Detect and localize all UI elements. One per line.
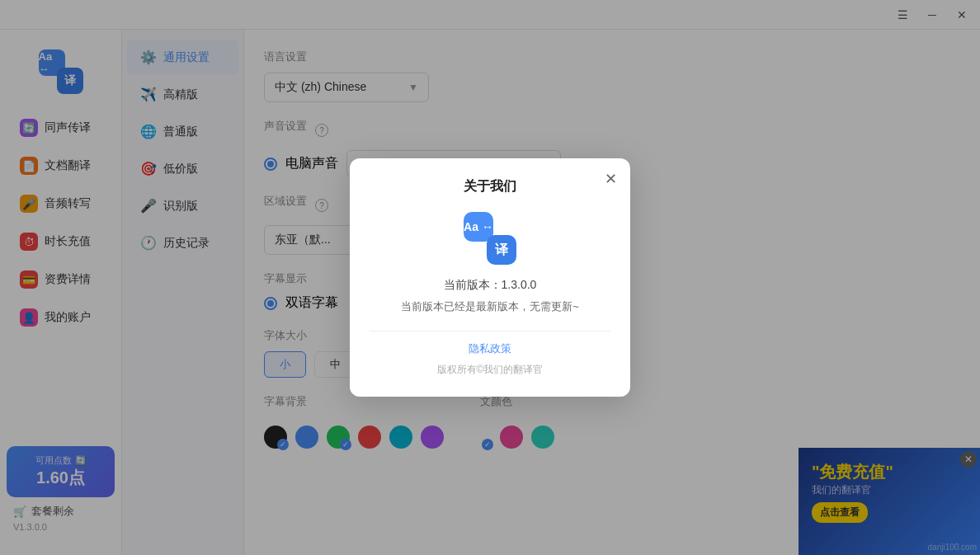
- about-modal: 关于我们 ✕ Aa ↔ 译 当前版本：1.3.0.0 当前版本已经是最新版本，无…: [350, 158, 630, 397]
- modal-logo: Aa ↔ 译: [370, 212, 610, 265]
- modal-divider: [370, 331, 610, 332]
- modal-overlay[interactable]: 关于我们 ✕ Aa ↔ 译 当前版本：1.3.0.0 当前版本已经是最新版本，无…: [0, 0, 980, 555]
- modal-version: 当前版本：1.3.0.0: [370, 278, 610, 293]
- modal-status: 当前版本已经是最新版本，无需更新~: [370, 299, 610, 314]
- modal-close-button[interactable]: ✕: [605, 170, 617, 188]
- modal-title: 关于我们: [370, 178, 610, 195]
- modal-logo-yi: 译: [487, 235, 516, 265]
- modal-privacy-link[interactable]: 隐私政策: [370, 341, 610, 356]
- modal-copyright: 版权所有©我们的翻译官: [370, 363, 610, 377]
- modal-logo-inner: Aa ↔ 译: [464, 212, 516, 265]
